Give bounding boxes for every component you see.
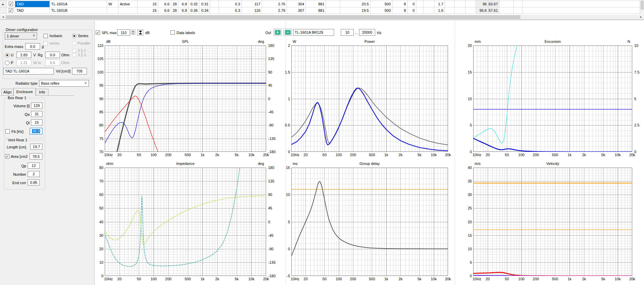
freq-max-input[interactable]: 20000	[359, 29, 375, 36]
table-row[interactable]: ✓TADTL-1601B156.6286.80.360.340.31162.79…	[0, 7, 640, 14]
table-cell[interactable]: 500	[371, 1, 392, 7]
table-cell[interactable]: 15	[137, 7, 158, 13]
table-cell[interactable]: 95.6	[476, 7, 488, 13]
table-cell[interactable]: 0	[408, 7, 416, 13]
table-cell[interactable]: Active	[119, 1, 137, 7]
table-cell[interactable]: 0.3	[219, 1, 242, 7]
table-cell[interactable]: 6.6	[158, 7, 171, 13]
stepper-down-icon[interactable]: ▼	[131, 32, 135, 35]
table-cell[interactable]	[392, 0, 408, 1]
stepper-up-icon[interactable]: ▲	[131, 29, 135, 32]
table-cell[interactable]	[514, 1, 523, 7]
table-cell[interactable]	[107, 0, 119, 1]
power-ohm-input[interactable]: 6.6	[45, 59, 60, 66]
table-cell[interactable]	[137, 0, 158, 1]
table-cell[interactable]: 0.34	[199, 7, 210, 13]
table-cell[interactable]	[171, 0, 179, 1]
table-cell[interactable]: 0.3	[219, 7, 242, 13]
driver-count-select[interactable]: 1 driver∨	[5, 32, 37, 39]
voltage-input[interactable]: 2.83	[17, 52, 31, 58]
row-checkbox-cell[interactable]: ✓	[7, 1, 15, 7]
freq-min-input[interactable]: 10	[341, 29, 354, 36]
table-cell[interactable]	[306, 0, 326, 1]
table-cell[interactable]: 8	[392, 7, 408, 13]
row-checkbox-cell[interactable]: ✓	[7, 7, 15, 13]
table-cell[interactable]	[158, 0, 171, 1]
table-cell[interactable]	[287, 0, 306, 1]
rg-input[interactable]: 0.0	[45, 52, 60, 58]
table-cell[interactable]	[455, 0, 465, 1]
table-cell[interactable]	[465, 1, 476, 7]
table-cell[interactable]	[476, 0, 488, 1]
table-cell[interactable]	[210, 1, 219, 7]
table-cell[interactable]	[119, 7, 137, 13]
power-drive-radio[interactable]	[5, 61, 9, 65]
tab-enclosure[interactable]: Enclosure	[13, 88, 36, 96]
tab-align[interactable]: Align	[1, 89, 13, 95]
table-cell[interactable]: W	[107, 1, 119, 7]
table-cell[interactable]	[15, 0, 50, 1]
overlay-name-input[interactable]: TL-1601A BR129	[293, 29, 334, 36]
spl-max-input[interactable]: 110	[117, 29, 130, 36]
table-cell[interactable]	[119, 0, 137, 1]
table-cell[interactable]	[326, 7, 340, 13]
table-cell[interactable]: 6.8	[179, 7, 189, 13]
table-cell[interactable]	[326, 1, 340, 7]
table-cell[interactable]: 20.5	[340, 1, 371, 7]
table-cell[interactable]	[219, 0, 242, 1]
row-checkbox[interactable]: ✓	[9, 2, 13, 6]
row-selector[interactable]: ►	[0, 1, 7, 7]
table-cell[interactable]	[242, 0, 262, 1]
three-parallel-radio[interactable]	[72, 53, 76, 57]
table-cell[interactable]: 28	[171, 7, 179, 13]
fb-checkbox[interactable]	[5, 129, 10, 134]
table-vertical-scrollbar[interactable]	[640, 0, 644, 15]
table-cell[interactable]: 1.6	[434, 7, 445, 13]
table-cell[interactable]: 0.36	[189, 7, 199, 13]
overlay-remove-button[interactable]: −	[284, 29, 292, 36]
table-cell[interactable]: TL-1601B	[50, 7, 107, 13]
qa-input[interactable]: 31	[31, 111, 42, 117]
table-cell[interactable]	[424, 7, 434, 13]
table-cell[interactable]: 2.76	[262, 1, 287, 7]
table-cell[interactable]	[416, 7, 424, 13]
table-cell[interactable]	[455, 1, 465, 7]
hscroll-thumb[interactable]	[6, 15, 520, 19]
vent-number-input[interactable]: 2	[28, 171, 40, 177]
row-selector[interactable]	[0, 7, 7, 13]
table-cell[interactable]	[210, 7, 219, 13]
table-cell[interactable]: 57.61	[488, 7, 500, 13]
table-cell[interactable]	[210, 0, 219, 1]
table-cell[interactable]	[189, 0, 199, 1]
table-cell[interactable]: 881	[306, 1, 326, 7]
extra-mass-input[interactable]: 0.0	[25, 43, 40, 50]
chart-splitter-2[interactable]	[455, 21, 455, 285]
scroll-left-icon[interactable]: ◄	[1, 15, 5, 19]
vent-length-input[interactable]: 19.7	[30, 144, 42, 150]
table-cell[interactable]: 19.5	[340, 7, 371, 13]
series-radio[interactable]	[72, 34, 76, 38]
table-cell[interactable]: 0.32	[189, 1, 199, 7]
table-cell[interactable]	[326, 0, 340, 1]
table-cell[interactable]	[416, 1, 424, 7]
table-horizontal-scrollbar[interactable]: ◄ ►	[0, 15, 644, 19]
table-cell[interactable]	[488, 0, 500, 1]
table-cell[interactable]: 307	[287, 7, 306, 13]
row-checkbox[interactable]: ✓	[9, 8, 13, 12]
driver-name-field[interactable]: TAD TL-1601A	[3, 68, 54, 75]
vscroll-thumb[interactable]	[641, 1, 644, 9]
table-cell[interactable]: 117	[242, 1, 262, 7]
table-cell[interactable]	[465, 0, 476, 1]
parallel-radio[interactable]	[72, 41, 76, 46]
table-cell[interactable]: 8	[392, 1, 408, 7]
overlay-add-button[interactable]: +	[273, 29, 282, 36]
table-cell[interactable]	[107, 7, 119, 13]
vd-field[interactable]: 705	[72, 68, 87, 75]
table-cell[interactable]	[434, 0, 445, 1]
vent-area-checkbox[interactable]: ✓	[5, 154, 9, 159]
table-cell[interactable]	[500, 1, 514, 7]
end-correction-input[interactable]: 0.85	[28, 179, 40, 186]
vent-area-input[interactable]: 78.5	[30, 153, 42, 160]
isobaric-checkbox[interactable]	[43, 34, 48, 38]
volume-input[interactable]: 129	[31, 103, 42, 109]
